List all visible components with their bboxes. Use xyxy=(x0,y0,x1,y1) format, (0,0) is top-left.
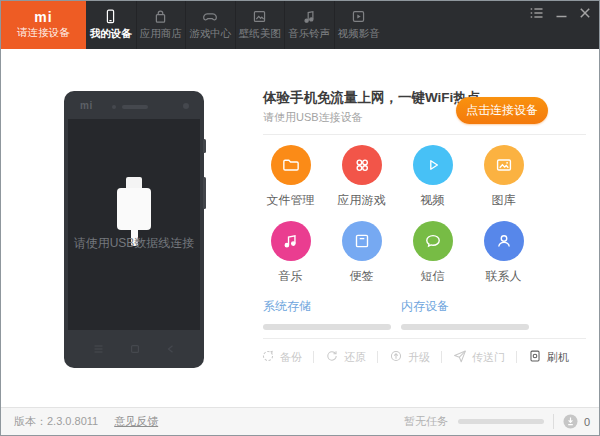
memory-device-bar xyxy=(401,324,529,330)
nav-tabs: 我的设备 应用商店 游戏中心 壁纸美图 音乐铃声 视频影音 xyxy=(86,1,383,49)
memory-device: 内存设备 xyxy=(401,298,539,330)
phone-mi-logo: mi xyxy=(80,100,93,111)
backup-icon xyxy=(261,349,275,365)
phone-speaker xyxy=(122,105,148,109)
phone-back-key xyxy=(167,345,174,353)
note-icon xyxy=(342,221,382,261)
sms-icon xyxy=(413,221,453,261)
tab-music-ringtones[interactable]: 音乐铃声 xyxy=(284,1,334,49)
system-storage: 系统存储 xyxy=(263,298,401,330)
picture-icon xyxy=(252,9,267,24)
mi-logo: mi xyxy=(34,10,52,24)
restore-icon xyxy=(325,349,339,365)
divider xyxy=(377,351,378,363)
brand-connect-tab[interactable]: mi 请连接设备 xyxy=(1,1,86,49)
divider xyxy=(313,351,314,363)
download-count: 0 xyxy=(584,416,590,428)
shortcut-file-manager[interactable]: 文件管理 xyxy=(255,145,326,221)
portal-tool[interactable]: 传送门 xyxy=(453,349,505,365)
upgrade-icon xyxy=(389,349,403,365)
shortcut-contacts[interactable]: 联系人 xyxy=(468,221,539,297)
phone-menu-key xyxy=(94,345,103,353)
status-bar: 版本：2.3.0.8011 意见反馈 暂无任务 0 xyxy=(1,407,599,435)
shortcut-label: 便签 xyxy=(350,268,374,285)
shortcut-label: 文件管理 xyxy=(267,192,315,209)
memory-device-label[interactable]: 内存设备 xyxy=(401,298,539,315)
shortcut-sms[interactable]: 短信 xyxy=(397,221,468,297)
folder-icon xyxy=(271,145,311,185)
divider xyxy=(263,134,586,135)
storage-section: 系统存储 内存设备 xyxy=(263,298,539,330)
shortcut-grid: 文件管理 应用游戏 视频 图库 xyxy=(255,145,539,297)
connect-device-button[interactable]: 点击连接设备 xyxy=(456,97,548,124)
backup-tool[interactable]: 备份 xyxy=(261,349,302,365)
tab-my-device[interactable]: 我的设备 xyxy=(86,1,136,49)
menu-icon[interactable] xyxy=(530,8,543,18)
tools-row: 备份 还原 升级 传送门 刷机 xyxy=(261,348,569,366)
download-icon[interactable] xyxy=(563,414,578,429)
music-icon xyxy=(302,9,317,24)
feedback-link[interactable]: 意见反馈 xyxy=(114,414,158,429)
phone-screen: 请使用USB数据线连接 xyxy=(68,119,200,330)
tab-label: 游戏中心 xyxy=(189,27,231,41)
tab-label: 应用商店 xyxy=(140,27,182,41)
tool-label: 升级 xyxy=(408,350,430,365)
usb-connect-hint: 请使用USB数据线连接 xyxy=(68,235,200,252)
phone-sensor-dot xyxy=(112,105,116,109)
tab-app-store[interactable]: 应用商店 xyxy=(136,1,186,49)
music-note-icon xyxy=(271,221,311,261)
hero-title: 体验手机免流量上网，一键WiFi热点 xyxy=(263,89,480,107)
tab-label: 视频影音 xyxy=(338,27,380,41)
shortcut-label: 短信 xyxy=(421,268,445,285)
header: mi 请连接设备 我的设备 应用商店 游戏中心 壁纸美图 音乐铃声 xyxy=(1,1,599,49)
restore-tool[interactable]: 还原 xyxy=(325,349,366,365)
shortcut-label: 视频 xyxy=(421,192,445,209)
shortcut-label: 音乐 xyxy=(279,268,303,285)
shortcut-apps-games[interactable]: 应用游戏 xyxy=(326,145,397,221)
upgrade-tool[interactable]: 升级 xyxy=(389,349,430,365)
divider xyxy=(516,351,517,363)
tool-label: 传送门 xyxy=(472,350,505,365)
version-label: 版本：2.3.0.8011 xyxy=(14,414,98,429)
phone-icon xyxy=(103,9,118,24)
shortcut-label: 联系人 xyxy=(486,268,522,285)
contact-icon xyxy=(484,221,524,261)
tab-label: 壁纸美图 xyxy=(239,27,281,41)
shortcut-music[interactable]: 音乐 xyxy=(255,221,326,297)
video-icon xyxy=(351,9,366,24)
phone-volume-button xyxy=(203,139,206,153)
no-tasks-label: 暂无任务 xyxy=(404,414,448,429)
shortcut-notes[interactable]: 便签 xyxy=(326,221,397,297)
tab-game-center[interactable]: 游戏中心 xyxy=(185,1,235,49)
flash-rom-tool[interactable]: 刷机 xyxy=(528,349,569,365)
tab-wallpapers[interactable]: 壁纸美图 xyxy=(235,1,285,49)
close-icon[interactable] xyxy=(580,8,590,18)
divider xyxy=(553,414,554,429)
shortcut-gallery[interactable]: 图库 xyxy=(468,145,539,221)
brand-status-label: 请连接设备 xyxy=(17,26,70,40)
divider xyxy=(263,338,586,339)
divider xyxy=(441,351,442,363)
phone-power-button xyxy=(203,177,206,209)
tool-label: 备份 xyxy=(280,350,302,365)
tab-label: 音乐铃声 xyxy=(288,27,330,41)
main-panel: 体验手机免流量上网，一键WiFi热点 请使用USB连接设备 点击连接设备 文件管… xyxy=(241,49,600,409)
task-progress-bar xyxy=(458,419,544,424)
tool-label: 还原 xyxy=(344,350,366,365)
shortcut-label: 应用游戏 xyxy=(338,192,386,209)
gamepad-icon xyxy=(202,9,218,24)
shortcut-video[interactable]: 视频 xyxy=(397,145,468,221)
system-storage-label[interactable]: 系统存储 xyxy=(263,298,401,315)
tab-label: 我的设备 xyxy=(90,27,132,41)
tab-video[interactable]: 视频影音 xyxy=(334,1,384,49)
play-icon xyxy=(413,145,453,185)
system-storage-bar xyxy=(263,324,391,330)
shortcut-label: 图库 xyxy=(492,192,516,209)
flash-rom-icon xyxy=(528,349,542,365)
phone-nav-buttons xyxy=(64,342,204,356)
phone-home-key xyxy=(131,345,139,353)
gallery-icon xyxy=(484,145,524,185)
portal-icon xyxy=(453,349,467,365)
minimize-icon[interactable] xyxy=(556,8,567,18)
phone-camera xyxy=(183,103,189,109)
